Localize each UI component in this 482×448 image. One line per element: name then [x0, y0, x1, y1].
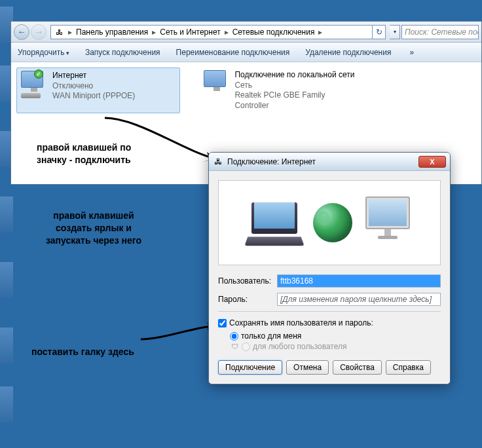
connection-name: Интернет [52, 71, 135, 81]
dialog-icon: 🖧 [213, 157, 223, 167]
help-button[interactable]: Справка [386, 360, 431, 375]
connect-button[interactable]: Подключение [218, 360, 282, 375]
connection-item-lan[interactable]: Подключение по локальной сети Сеть Realt… [200, 67, 363, 113]
cancel-button[interactable]: Отмена [286, 360, 329, 375]
dialog-title: Подключение: Интернет [227, 157, 316, 166]
chevron-icon: ▸ [65, 28, 75, 37]
connection-item-internet[interactable]: ✓ Интернет Отключено WAN Miniport (PPPOE… [16, 67, 180, 113]
chevron-icon: ▸ [222, 28, 231, 37]
connection-status: Сеть [234, 81, 360, 91]
breadcrumb-item[interactable]: Сеть и Интернет [160, 28, 220, 37]
only-me-radio[interactable] [230, 332, 238, 341]
breadcrumb-item[interactable]: Сетевые подключения [232, 28, 315, 37]
password-input[interactable] [277, 293, 441, 306]
breadcrumb[interactable]: 🖧 ▸ Панель управления ▸ Сеть и Интернет … [50, 25, 386, 39]
desktop-icon [0, 262, 13, 298]
only-me-label: только для меня [241, 331, 301, 341]
connection-dialog: 🖧 Подключение: Интернет X Пользователь: … [208, 152, 451, 384]
connection-icon [204, 70, 229, 96]
chevron-icon: ▸ [149, 28, 158, 37]
connection-status: Отключено [52, 81, 135, 92]
desktop-icon [0, 196, 13, 233]
nav-back-button[interactable]: ← [14, 24, 29, 40]
search-input[interactable]: Поиск: Сетевые под [401, 25, 479, 39]
save-credentials-label: Сохранять имя пользователя и пароль: [229, 318, 373, 327]
dialog-illustration [218, 180, 441, 265]
dialog-button-row: Подключение Отмена Свойства Справка [218, 360, 441, 375]
divider [218, 311, 441, 312]
close-button[interactable]: X [418, 156, 446, 168]
properties-button[interactable]: Свойства [333, 360, 382, 375]
search-placeholder: Поиск: Сетевые под [405, 28, 479, 37]
address-bar: ← → 🖧 ▸ Панель управления ▸ Сеть и Интер… [11, 22, 481, 43]
address-history-button[interactable]: ▾ [390, 25, 400, 39]
refresh-icon[interactable]: ↻ [372, 26, 385, 39]
connection-icon: ✓ [21, 71, 47, 97]
organize-menu[interactable]: Упорядочить [18, 48, 69, 57]
save-credentials-checkbox[interactable] [218, 319, 227, 327]
any-user-label: для любого пользователя [253, 342, 347, 351]
monitor-icon [362, 196, 414, 249]
connection-name: Подключение по локальной сети [234, 70, 360, 81]
annotation-text: правой клавишей создать ярлык и запускат… [46, 210, 141, 247]
globe-icon [313, 203, 352, 242]
network-icon: 🖧 [54, 27, 64, 37]
more-button[interactable]: » [409, 48, 414, 57]
desktop-icon [0, 327, 13, 364]
shield-icon: 🛡 [230, 342, 239, 351]
annotation-arrow-icon [98, 111, 223, 170]
desktop-icon [0, 386, 13, 422]
connections-list: ✓ Интернет Отключено WAN Miniport (PPPOE… [11, 62, 481, 119]
username-label: Пользователь: [218, 276, 277, 286]
password-label: Пароль: [218, 295, 277, 304]
toolbar: Упорядочить Запуск подключения Переимено… [11, 43, 481, 62]
status-badge-icon: ✓ [34, 69, 43, 79]
start-connection-button[interactable]: Запуск подключения [85, 48, 160, 57]
connection-device: Realtek PCIe GBE Family Controller [234, 90, 360, 111]
breadcrumb-item[interactable]: Панель управления [76, 28, 148, 37]
annotation-text: поставить галку здесь [31, 346, 134, 358]
dialog-titlebar[interactable]: 🖧 Подключение: Интернет X [209, 153, 450, 171]
any-user-radio [242, 343, 250, 351]
dialog-body: Пользователь: Пароль: Сохранять имя поль… [209, 171, 450, 384]
rename-connection-button[interactable]: Переименование подключения [176, 48, 290, 57]
delete-connection-button[interactable]: Удаление подключения [305, 48, 391, 57]
nav-forward-button[interactable]: → [31, 24, 46, 40]
username-input[interactable] [277, 274, 441, 288]
connection-device: WAN Miniport (PPPOE) [52, 91, 135, 102]
laptop-icon [245, 200, 304, 246]
chevron-icon: ▸ [316, 28, 325, 37]
close-icon: X [430, 158, 434, 166]
